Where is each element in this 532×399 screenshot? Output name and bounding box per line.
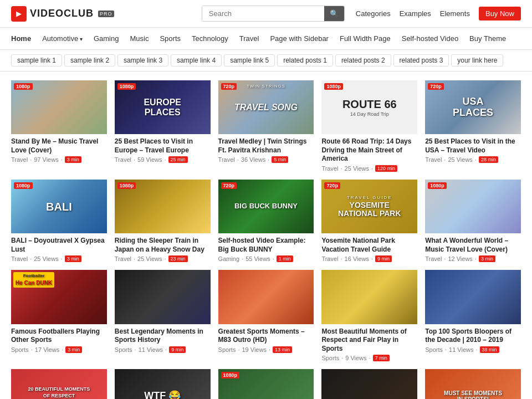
sub-link-4[interactable]: sample link 4: [171, 54, 222, 66]
video-thumbnail: [115, 270, 211, 324]
video-card[interactable]: Big Buck BUNNY 720p Self-hosted Video Ex…: [218, 180, 314, 262]
video-card[interactable]: 20 BEAUTIFUL MOMENTSOF RESPECTIN SPORTS …: [11, 369, 107, 399]
card-views: 25 Views: [34, 255, 58, 262]
video-card[interactable]: Top 100 Sports Bloopers of the Decade | …: [425, 270, 521, 361]
card-category: Travel: [218, 156, 235, 163]
categories-menu[interactable]: Categories: [356, 9, 391, 18]
sub-related-3[interactable]: related posts 3: [393, 54, 449, 66]
nav-sports[interactable]: Sports: [154, 32, 186, 45]
separator2: ·: [164, 255, 166, 262]
card-category: Sports: [218, 346, 236, 353]
separator: ·: [237, 156, 239, 163]
video-card[interactable]: 1080p All Sports Baseball Battle Sports …: [218, 369, 314, 399]
sub-related-2[interactable]: related posts 2: [335, 54, 391, 66]
card-views: 16 Views: [345, 255, 369, 262]
card-meta: Sports · 17 Views · 3 min: [11, 346, 107, 353]
video-card[interactable]: Most Beautiful Moments of Respect and Fa…: [321, 270, 417, 361]
duration-badge: 120 min: [375, 165, 397, 172]
video-card[interactable]: TRAVEL GUIDEYosemiteNational Park 720p Y…: [321, 180, 417, 262]
examples-menu[interactable]: Examples: [400, 9, 431, 18]
separator: ·: [135, 346, 136, 353]
video-card[interactable]: 1080p Riding the Sleeper Train in Japan …: [115, 180, 211, 262]
video-card[interactable]: Route 6614 Day Road Trip 1080p Route 66 …: [321, 80, 417, 172]
video-card[interactable]: FootballerHe Can DUNK Famous Footballers…: [11, 270, 107, 361]
video-card[interactable]: EUROPEPLACES 1080p 25 Best Places to Vis…: [115, 80, 211, 172]
video-thumbnail: 1080p: [218, 369, 314, 399]
separator: ·: [134, 255, 135, 262]
separator2: ·: [61, 255, 63, 262]
separator2: ·: [273, 255, 274, 262]
nav-technology[interactable]: Technology: [186, 32, 234, 45]
nav-music[interactable]: Music: [124, 32, 154, 45]
video-thumbnail: FootballerHe Can DUNK: [11, 270, 107, 324]
duration-badge: 9 min: [375, 255, 392, 262]
card-views: 9 Views: [345, 355, 366, 361]
card-meta: Travel · 59 Views · 25 min: [115, 156, 211, 163]
video-card[interactable]: Greatest Sports Moments – M83 Outro (HD)…: [218, 270, 314, 361]
separator: ·: [341, 355, 343, 361]
card-title: Greatest Sports Moments – M83 Outro (HD): [218, 328, 314, 345]
elements-link[interactable]: Elements: [440, 9, 470, 18]
nav-full-width[interactable]: Full Width Page: [334, 32, 396, 45]
card-info: Self-hosted Video Example: Big Buck BUNN…: [218, 233, 314, 262]
video-thumbnail: 20 BEAUTIFUL MOMENTSOF RESPECTIN SPORTS: [11, 369, 107, 399]
video-grid-container: 1080p Stand By Me – Music Travel Love (C…: [0, 71, 532, 399]
search-button[interactable]: 🔍: [324, 6, 344, 21]
card-meta: Travel · 25 Views · 3 min: [11, 255, 107, 262]
video-card[interactable]: TWIN STRINGSTravel Song 720p Travel Medl…: [218, 80, 314, 172]
nav-buy-theme[interactable]: Buy Theme: [464, 32, 511, 45]
nav-automotive[interactable]: Automotive: [37, 32, 88, 45]
video-card[interactable]: BALI 1080p BALI – Doyoutravel X Gypsea L…: [11, 180, 107, 262]
card-views: 17 Views: [35, 346, 59, 353]
video-thumbnail: 1080p: [11, 80, 107, 134]
nav-travel[interactable]: Travel: [234, 32, 265, 45]
card-title: Stand By Me – Music Travel Love (Cover): [11, 137, 107, 155]
sub-link-5[interactable]: sample link 5: [224, 54, 275, 66]
buy-now-button[interactable]: Buy Now: [479, 7, 521, 21]
separator2: ·: [165, 346, 167, 353]
card-info: Top 100 Sports Bloopers of the Decade | …: [425, 324, 521, 353]
separator: ·: [242, 255, 243, 262]
search-input[interactable]: [202, 6, 324, 21]
nav-gaming[interactable]: Gaming: [88, 32, 125, 45]
card-category: Travel: [11, 255, 28, 262]
card-meta: Travel · 25 Views · 23 min: [115, 255, 211, 262]
card-title: Route 66 Road Trip: 14 Days Driving the …: [321, 137, 417, 163]
nav-page-sidebar[interactable]: Page with Sidebar: [264, 32, 334, 45]
video-thumbnail: [321, 270, 417, 324]
card-category: Gaming: [218, 255, 240, 262]
sub-link-2[interactable]: sample link 2: [64, 54, 115, 66]
video-card[interactable]: USAPLACES 720p 25 Best Places to Visit i…: [425, 80, 521, 172]
card-category: Sports: [11, 346, 29, 353]
search-bar: 🔍: [202, 6, 345, 22]
header-nav: Categories Examples Elements Buy Now: [356, 7, 521, 21]
card-meta: Sports · 9 Views · 7 min: [321, 355, 417, 361]
video-card[interactable]: Best Legendary Moments in Sports History…: [115, 270, 211, 361]
sub-link-3[interactable]: sample link 3: [117, 54, 168, 66]
separator2: ·: [371, 255, 373, 262]
video-thumbnail: [218, 270, 314, 324]
nav-self-hosted[interactable]: Self-hosted Video: [396, 32, 464, 45]
video-card[interactable]: 1080p Stand By Me – Music Travel Love (C…: [11, 80, 107, 172]
separator: ·: [30, 156, 32, 163]
video-card[interactable]: MUST SEE MOMENTSIN SPORTS! MUST SEE MOME…: [425, 369, 521, 399]
video-card[interactable]: 1080p What A Wonderful World – Music Tra…: [425, 180, 521, 262]
separator: ·: [444, 255, 446, 262]
video-thumbnail: [425, 270, 521, 324]
card-views: 97 Views: [34, 156, 58, 163]
quality-badge: 1080p: [117, 83, 136, 90]
card-info: 25 Best Places to Visit in the USA – Tra…: [425, 134, 521, 163]
nav-home[interactable]: Home: [11, 32, 37, 45]
logo-text: VIDEOCLUB: [30, 8, 94, 19]
quality-badge: 1080p: [117, 182, 136, 189]
sub-related-1[interactable]: related posts 1: [277, 54, 333, 66]
video-card[interactable]: Weird Moments in Sports History Sports ·…: [321, 369, 417, 399]
main-nav: Home Automotive Gaming Music Sports Tech…: [0, 28, 532, 50]
card-views: 11 Views: [449, 346, 473, 353]
sub-your-link[interactable]: your link here: [451, 54, 503, 66]
sub-link-1[interactable]: sample link 1: [11, 54, 62, 66]
logo-icon: [11, 6, 27, 22]
card-views: 59 Views: [137, 156, 162, 163]
video-card[interactable]: WTF 😂 Funny Sports Fails Sports · 11 Vie…: [115, 369, 211, 399]
logo[interactable]: VIDEOCLUB PRO: [11, 6, 114, 22]
